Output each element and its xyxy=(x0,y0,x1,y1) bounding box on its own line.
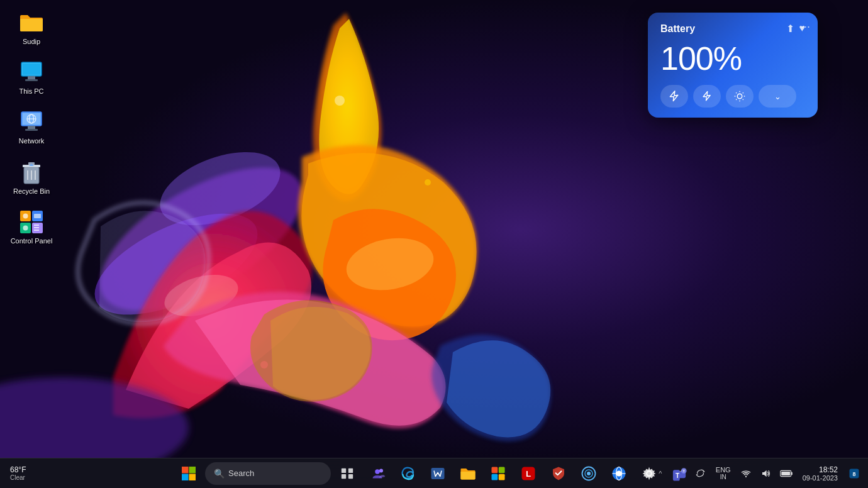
svg-point-30 xyxy=(23,225,28,230)
control-panel-icon xyxy=(19,209,44,235)
svg-rect-46 xyxy=(499,474,505,480)
svg-rect-13 xyxy=(25,79,38,81)
svg-rect-38 xyxy=(342,474,346,478)
svg-rect-12 xyxy=(28,76,35,79)
taskbar-app-ms-store[interactable] xyxy=(484,460,512,487)
svg-rect-33 xyxy=(189,467,196,474)
svg-rect-42 xyxy=(431,468,445,479)
svg-point-41 xyxy=(379,469,383,472)
taskbar-center: 🔍 Search xyxy=(175,460,693,487)
svg-point-31 xyxy=(737,94,742,99)
desktop-icon-recycle-bin-label: Recycle Bin xyxy=(13,187,50,196)
svg-rect-34 xyxy=(182,474,189,480)
tray-language-label: ENG xyxy=(716,466,731,474)
desktop-icon-network-label: Network xyxy=(19,137,44,145)
battery-percentage-display: 100% xyxy=(660,40,805,77)
battery-widget-header: Battery ⬆ ♥ xyxy=(660,23,805,35)
tray-language-icon[interactable]: ENG IN xyxy=(712,462,735,485)
svg-rect-44 xyxy=(499,467,505,473)
battery-share-icon: ⬆ xyxy=(786,23,794,35)
desktop-icon-recycle-bin[interactable]: Recycle Bin xyxy=(6,156,57,199)
svg-rect-66 xyxy=(791,472,792,475)
weather-temperature: 68°F xyxy=(10,465,26,474)
svg-text:L: L xyxy=(526,469,531,478)
clock-date: 09-01-2023 xyxy=(803,474,838,482)
battery-eco-btn[interactable] xyxy=(726,85,754,108)
taskbar-app-mcafee[interactable] xyxy=(545,460,572,487)
battery-power-saver-btn[interactable] xyxy=(660,85,688,108)
svg-rect-43 xyxy=(492,467,498,473)
weather-description: Clear xyxy=(10,474,25,481)
search-magnifier-icon: 🔍 xyxy=(214,469,225,479)
taskbar-clock[interactable]: 18:52 09-01-2023 xyxy=(798,465,843,482)
svg-rect-20 xyxy=(25,129,38,131)
battery-fast-charge-btn[interactable] xyxy=(693,85,721,108)
computer-icon xyxy=(19,60,44,85)
desktop-icon-this-pc-label: This PC xyxy=(19,87,43,96)
taskbar-search-bar[interactable]: 🔍 Search xyxy=(205,462,331,485)
taskbar-weather[interactable]: 68°F Clear xyxy=(5,465,31,481)
tray-language-region: IN xyxy=(720,474,726,480)
battery-chevron-icon: ⌄ xyxy=(774,92,781,101)
taskbar-app-task-view[interactable] xyxy=(333,460,361,487)
taskbar-app-cortana[interactable] xyxy=(575,460,603,487)
taskbar-app-word[interactable] xyxy=(424,460,452,487)
svg-text:8: 8 xyxy=(852,470,855,477)
taskbar-app-edge[interactable] xyxy=(394,460,421,487)
battery-widget: ··· Battery ⬆ ♥ 100% xyxy=(648,13,818,118)
svg-point-7 xyxy=(335,96,345,106)
battery-widget-title: Battery xyxy=(660,23,695,35)
taskbar-app-file-explorer[interactable] xyxy=(454,460,482,487)
svg-rect-32 xyxy=(182,467,189,474)
battery-controls: ⌄ xyxy=(660,85,805,108)
svg-point-9 xyxy=(260,361,268,369)
desktop-icon-this-pc[interactable]: This PC xyxy=(6,56,57,99)
desktop-icon-sudip-label: Sudip xyxy=(23,38,40,46)
desktop-icon-network[interactable]: Network xyxy=(6,106,57,149)
svg-rect-11 xyxy=(23,64,40,75)
desktop-icons-container: Sudip This PC xyxy=(6,6,57,249)
desktop-icon-control-panel-label: Control Panel xyxy=(11,237,53,245)
svg-point-40 xyxy=(375,469,380,474)
taskbar: 68°F Clear 🔍 Search xyxy=(0,458,868,488)
taskbar-app-settings[interactable] xyxy=(635,460,663,487)
taskbar-search-label: Search xyxy=(228,469,254,478)
svg-text:T: T xyxy=(682,469,685,472)
start-button[interactable] xyxy=(175,460,203,487)
svg-rect-29 xyxy=(34,214,41,218)
taskbar-app-teams-chat[interactable] xyxy=(364,460,391,487)
tray-battery-icon[interactable] xyxy=(777,462,795,485)
battery-expand-btn[interactable]: ⌄ xyxy=(759,85,796,108)
svg-point-28 xyxy=(23,213,28,218)
svg-rect-67 xyxy=(781,471,790,475)
svg-rect-37 xyxy=(348,468,353,472)
taskbar-app-browser2[interactable] xyxy=(605,460,633,487)
svg-rect-36 xyxy=(342,468,346,472)
clock-time: 18:52 xyxy=(819,465,838,474)
desktop-icon-sudip[interactable]: Sudip xyxy=(6,6,57,50)
svg-point-8 xyxy=(425,179,431,186)
battery-more-button[interactable]: ··· xyxy=(801,20,810,33)
notification-center-btn[interactable]: 8 xyxy=(845,462,863,485)
svg-rect-19 xyxy=(28,126,35,129)
tray-wifi-icon[interactable] xyxy=(737,462,755,485)
svg-text:T: T xyxy=(676,472,680,479)
tray-sync-icon[interactable] xyxy=(692,462,709,485)
desktop-icon-control-panel[interactable]: Control Panel xyxy=(6,206,57,249)
recycle-bin-icon xyxy=(19,160,44,185)
tray-volume-icon[interactable] xyxy=(757,462,775,485)
folder-icon xyxy=(19,10,44,35)
desktop: Sudip This PC xyxy=(0,0,868,488)
svg-rect-39 xyxy=(348,474,353,478)
svg-rect-35 xyxy=(189,474,196,480)
taskbar-app-lens[interactable]: L xyxy=(515,460,542,487)
network-icon xyxy=(19,109,44,135)
svg-point-51 xyxy=(587,472,591,475)
svg-rect-45 xyxy=(492,474,498,480)
taskbar-app-teams[interactable]: T T xyxy=(665,460,693,487)
